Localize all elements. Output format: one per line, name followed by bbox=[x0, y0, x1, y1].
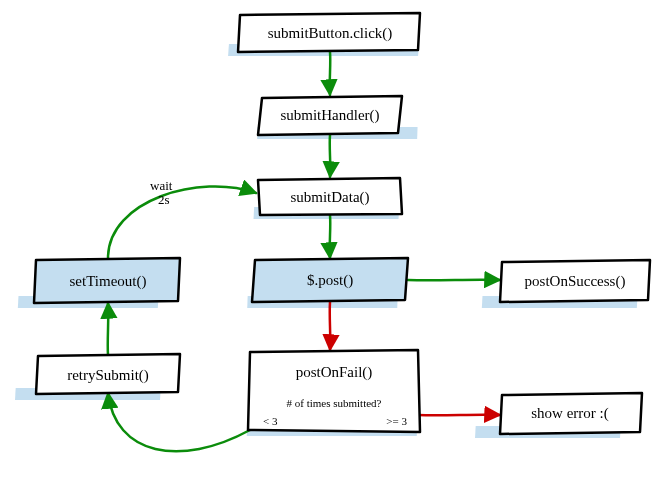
edge-fail-showerror bbox=[418, 415, 500, 416]
node-fail-branch-right: >= 3 bbox=[386, 415, 407, 427]
edge-label-wait2s: wait2s bbox=[150, 178, 173, 207]
node-submitdata-label: submitData() bbox=[290, 189, 369, 206]
node-submitdata: submitData() bbox=[258, 178, 402, 215]
node-retry: retrySubmit() bbox=[36, 354, 180, 394]
node-fail: postOnFail() # of times submitted? < 3 >… bbox=[248, 350, 420, 432]
node-handler: submitHandler() bbox=[258, 96, 402, 135]
node-retry-label: retrySubmit() bbox=[67, 367, 149, 384]
node-success: postOnSuccess() bbox=[500, 260, 650, 302]
node-post-label: $.post() bbox=[307, 272, 353, 289]
edge-post-fail bbox=[330, 302, 331, 350]
edge-retry-timeout bbox=[108, 303, 109, 355]
node-success-label: postOnSuccess() bbox=[525, 273, 626, 290]
node-click: submitButton.click() bbox=[238, 13, 420, 52]
node-fail-branch-left: < 3 bbox=[263, 415, 278, 427]
node-showerror: show error :( bbox=[500, 393, 642, 434]
node-fail-sub: # of times submitted? bbox=[286, 397, 381, 409]
edge-click-handler bbox=[330, 52, 331, 95]
edge-submitdata-post bbox=[330, 215, 331, 258]
node-click-label: submitButton.click() bbox=[268, 25, 393, 42]
node-timeout-label: setTimeout() bbox=[70, 273, 147, 290]
node-showerror-label: show error :( bbox=[531, 405, 608, 422]
node-fail-label: postOnFail() bbox=[296, 364, 373, 381]
edge-fail-retry bbox=[108, 393, 250, 451]
node-post: $.post() bbox=[252, 258, 408, 302]
node-handler-label: submitHandler() bbox=[280, 107, 379, 124]
edge-handler-submitdata bbox=[330, 135, 331, 177]
edge-post-success bbox=[408, 280, 500, 281]
edge-timeout-submitdata bbox=[108, 186, 256, 258]
node-timeout: setTimeout() bbox=[34, 258, 180, 303]
flowchart-diagram: wait2s submitButton.click() submitHandle… bbox=[0, 0, 660, 500]
